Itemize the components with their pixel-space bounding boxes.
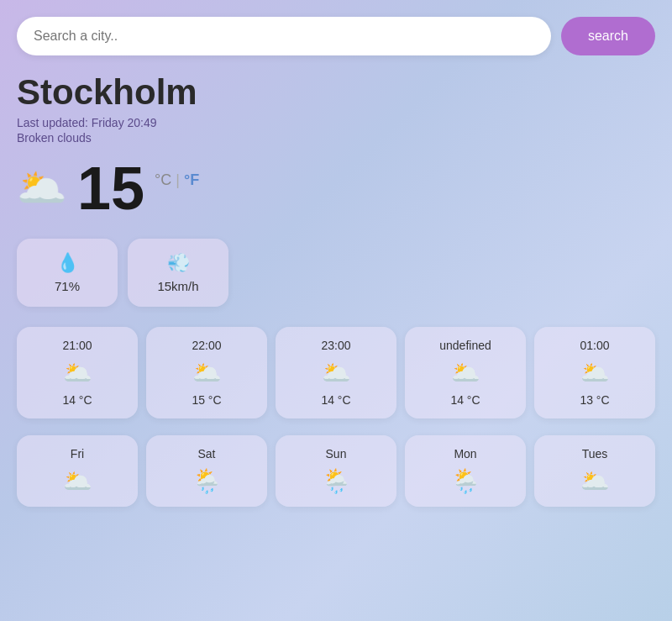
daily-card: Mon 🌦️ [405,435,526,507]
hourly-temp: 15 °C [192,393,221,407]
daily-icon: 🌦️ [192,467,222,495]
daily-day: Mon [454,447,476,460]
unit-toggle: °C | °F [155,171,199,189]
daily-card: Sat 🌦️ [146,435,267,507]
main-weather-icon: 🌥️ [17,165,67,212]
hourly-row: 21:00 🌥️ 14 °C 22:00 🌥️ 15 °C 23:00 🌥️ 1… [17,327,655,418]
hourly-time: 01:00 [580,339,609,352]
hourly-card: 22:00 🌥️ 15 °C [146,327,267,418]
hourly-time: 22:00 [192,339,221,352]
daily-day: Sun [326,447,347,460]
daily-row: Fri 🌥️ Sat 🌦️ Sun 🌦️ Mon 🌦️ Tues 🌥️ [17,435,655,507]
humidity-value: 71% [55,279,80,293]
hourly-card: 01:00 🌥️ 13 °C [534,327,655,418]
hourly-time: 23:00 [321,339,350,352]
daily-icon: 🌥️ [580,467,610,495]
search-button[interactable]: search [561,17,655,55]
hourly-temp: 14 °C [321,393,350,407]
hourly-icon: 🌥️ [580,359,610,387]
celsius-unit[interactable]: °C [155,171,171,188]
daily-card: Tues 🌥️ [534,435,655,507]
daily-card: Sun 🌦️ [276,435,396,507]
daily-day: Sat [197,447,215,460]
condition: Broken clouds [17,131,655,145]
search-input[interactable] [17,17,551,55]
hourly-card: 21:00 🌥️ 14 °C [17,327,138,418]
hourly-icon: 🌥️ [451,359,480,387]
city-info: Stockholm Last updated: Friday 20:49 Bro… [17,72,655,145]
hourly-icon: 🌥️ [192,359,222,387]
daily-card: Fri 🌥️ [17,435,138,507]
hourly-icon: 🌥️ [322,359,351,387]
city-name: Stockholm [17,72,655,113]
hourly-icon: 🌥️ [63,359,92,387]
hourly-time: undefined [439,339,491,352]
stats-row: 💧 71% 💨 15km/h [17,239,655,307]
hourly-card: undefined 🌥️ 14 °C [405,327,526,418]
hourly-card: 23:00 🌥️ 14 °C [276,327,396,418]
humidity-card: 💧 71% [17,239,118,307]
daily-day: Fri [71,447,84,460]
temperature-display: 15 [77,158,144,218]
daily-icon: 🌦️ [451,467,480,495]
daily-icon: 🌥️ [63,467,92,495]
wind-value: 15km/h [157,279,198,293]
last-updated: Last updated: Friday 20:49 [17,116,655,129]
wind-card: 💨 15km/h [128,239,228,307]
hourly-temp: 13 °C [580,393,609,407]
fahrenheit-unit[interactable]: °F [184,171,199,188]
daily-icon: 🌦️ [322,467,351,495]
hourly-time: 21:00 [62,339,92,352]
daily-day: Tues [582,447,608,460]
temperature-row: 🌥️ 15 °C | °F [17,158,655,218]
search-bar: search [17,17,655,55]
wind-icon: 💨 [167,252,190,274]
hourly-temp: 14 °C [62,393,92,407]
humidity-icon: 💧 [56,252,79,274]
hourly-temp: 14 °C [450,393,480,407]
